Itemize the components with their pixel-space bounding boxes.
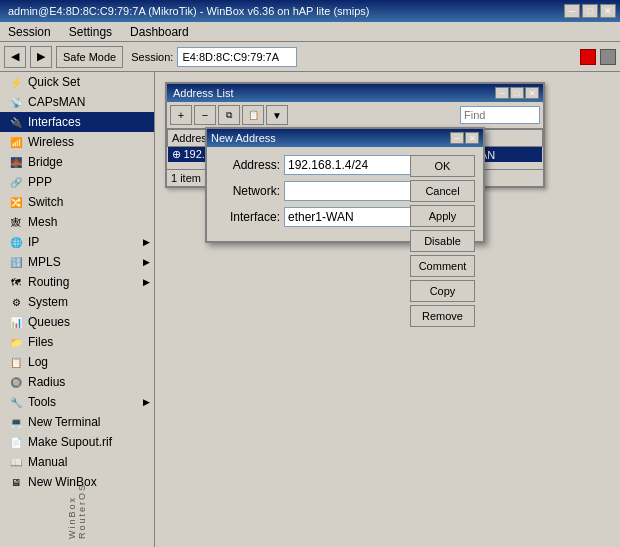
sidebar-label-routing: Routing: [28, 275, 139, 289]
status-lock-icon: [600, 49, 616, 65]
sidebar-item-capsman[interactable]: 📡 CAPsMAN: [0, 92, 154, 112]
title-bar: admin@E4:8D:8C:C9:79:7A (MikroTik) - Win…: [0, 0, 620, 22]
sidebar-item-manual[interactable]: 📖 Manual: [0, 452, 154, 472]
sidebar-label-system: System: [28, 295, 150, 309]
quick-set-icon: ⚡: [8, 74, 24, 90]
address-list-close[interactable]: ✕: [525, 87, 539, 99]
dialog-buttons: OK Cancel Apply Disable Comment Copy Rem…: [410, 155, 475, 327]
tools-icon: 🔧: [8, 394, 24, 410]
address-list-title-buttons: ─ □ ✕: [495, 87, 539, 99]
sidebar: ⚡ Quick Set 📡 CAPsMAN 🔌 Interfaces 📶 Wir…: [0, 72, 155, 547]
sidebar-label-new-terminal: New Terminal: [28, 415, 150, 429]
sidebar-item-mesh[interactable]: 🕸 Mesh: [0, 212, 154, 232]
sidebar-label-interfaces: Interfaces: [28, 115, 150, 129]
add-address-button[interactable]: +: [170, 105, 192, 125]
sidebar-item-interfaces[interactable]: 🔌 Interfaces: [0, 112, 154, 132]
sidebar-label-mpls: MPLS: [28, 255, 139, 269]
sidebar-item-routing[interactable]: 🗺 Routing ▶: [0, 272, 154, 292]
sidebar-item-bridge[interactable]: 🌉 Bridge: [0, 152, 154, 172]
mesh-icon: 🕸: [8, 214, 24, 230]
sidebar-label-files: Files: [28, 335, 150, 349]
status-red-icon: [580, 49, 596, 65]
session-value: E4:8D:8C:C9:79:7A: [177, 47, 297, 67]
network-label: Network:: [215, 184, 280, 198]
ip-icon: 🌐: [8, 234, 24, 250]
back-button[interactable]: ◀: [4, 46, 26, 68]
apply-button[interactable]: Apply: [410, 205, 475, 227]
copy-address-button[interactable]: ⧉: [218, 105, 240, 125]
wireless-icon: 📶: [8, 134, 24, 150]
menu-dashboard[interactable]: Dashboard: [126, 23, 193, 41]
comment-button[interactable]: Comment: [410, 255, 475, 277]
ok-button[interactable]: OK: [410, 155, 475, 177]
close-button[interactable]: ✕: [600, 4, 616, 18]
routing-arrow: ▶: [143, 277, 150, 287]
supout-icon: 📄: [8, 434, 24, 450]
remove-address-button[interactable]: −: [194, 105, 216, 125]
routing-icon: 🗺: [8, 274, 24, 290]
paste-address-button[interactable]: 📋: [242, 105, 264, 125]
mpls-icon: 🔢: [8, 254, 24, 270]
filter-button[interactable]: ▼: [266, 105, 288, 125]
sidebar-item-ip[interactable]: 🌐 IP ▶: [0, 232, 154, 252]
sidebar-label-radius: Radius: [28, 375, 150, 389]
item-count: 1 item: [171, 172, 201, 184]
sidebar-label-log: Log: [28, 355, 150, 369]
sidebar-item-radius[interactable]: 🔘 Radius: [0, 372, 154, 392]
new-address-title-bar: New Address ─ ✕: [207, 129, 483, 147]
menu-session[interactable]: Session: [4, 23, 55, 41]
terminal-icon: 💻: [8, 414, 24, 430]
system-icon: ⚙: [8, 294, 24, 310]
sidebar-item-wireless[interactable]: 📶 Wireless: [0, 132, 154, 152]
minimize-button[interactable]: ─: [564, 4, 580, 18]
sidebar-label-new-winbox: New WinBox: [28, 475, 150, 489]
interface-label: Interface:: [215, 210, 280, 224]
sidebar-item-files[interactable]: 📁 Files: [0, 332, 154, 352]
new-address-minimize[interactable]: ─: [450, 132, 464, 144]
address-list-toolbar: + − ⧉ 📋 ▼: [167, 102, 543, 129]
address-list-maximize[interactable]: □: [510, 87, 524, 99]
address-list-minimize[interactable]: ─: [495, 87, 509, 99]
sidebar-item-make-supout[interactable]: 📄 Make Supout.rif: [0, 432, 154, 452]
new-address-title: New Address: [211, 132, 276, 144]
sidebar-label-bridge: Bridge: [28, 155, 150, 169]
sidebar-label-quick-set: Quick Set: [28, 75, 150, 89]
forward-button[interactable]: ▶: [30, 46, 52, 68]
sidebar-item-quick-set[interactable]: ⚡ Quick Set: [0, 72, 154, 92]
content-area: Address List ─ □ ✕ + − ⧉ 📋 ▼: [155, 72, 620, 547]
title-text: admin@E4:8D:8C:C9:79:7A (MikroTik) - Win…: [4, 5, 564, 17]
sidebar-item-new-terminal[interactable]: 💻 New Terminal: [0, 412, 154, 432]
address-label: Address:: [215, 158, 280, 172]
sidebar-item-mpls[interactable]: 🔢 MPLS ▶: [0, 252, 154, 272]
toolbar: ◀ ▶ Safe Mode Session: E4:8D:8C:C9:79:7A: [0, 42, 620, 72]
sidebar-item-tools[interactable]: 🔧 Tools ▶: [0, 392, 154, 412]
ip-arrow: ▶: [143, 237, 150, 247]
menu-settings[interactable]: Settings: [65, 23, 116, 41]
tools-arrow: ▶: [143, 397, 150, 407]
sidebar-item-log[interactable]: 📋 Log: [0, 352, 154, 372]
new-address-close[interactable]: ✕: [465, 132, 479, 144]
sidebar-label-wireless: Wireless: [28, 135, 150, 149]
sidebar-item-queues[interactable]: 📊 Queues: [0, 312, 154, 332]
session-label: Session:: [131, 51, 173, 63]
copy-button[interactable]: Copy: [410, 280, 475, 302]
log-icon: 📋: [8, 354, 24, 370]
new-address-title-buttons: ─ ✕: [450, 132, 479, 144]
sidebar-item-ppp[interactable]: 🔗 PPP: [0, 172, 154, 192]
title-bar-buttons: ─ □ ✕: [564, 4, 616, 18]
disable-button[interactable]: Disable: [410, 230, 475, 252]
remove-button[interactable]: Remove: [410, 305, 475, 327]
capsman-icon: 📡: [8, 94, 24, 110]
search-input[interactable]: [460, 106, 540, 124]
safe-mode-button[interactable]: Safe Mode: [56, 46, 123, 68]
bridge-icon: 🌉: [8, 154, 24, 170]
sidebar-item-system[interactable]: ⚙ System: [0, 292, 154, 312]
radius-icon: 🔘: [8, 374, 24, 390]
switch-icon: 🔀: [8, 194, 24, 210]
sidebar-label-mesh: Mesh: [28, 215, 150, 229]
sidebar-item-switch[interactable]: 🔀 Switch: [0, 192, 154, 212]
sidebar-label-make-supout: Make Supout.rif: [28, 435, 150, 449]
maximize-button[interactable]: □: [582, 4, 598, 18]
sidebar-label-manual: Manual: [28, 455, 150, 469]
cancel-button[interactable]: Cancel: [410, 180, 475, 202]
